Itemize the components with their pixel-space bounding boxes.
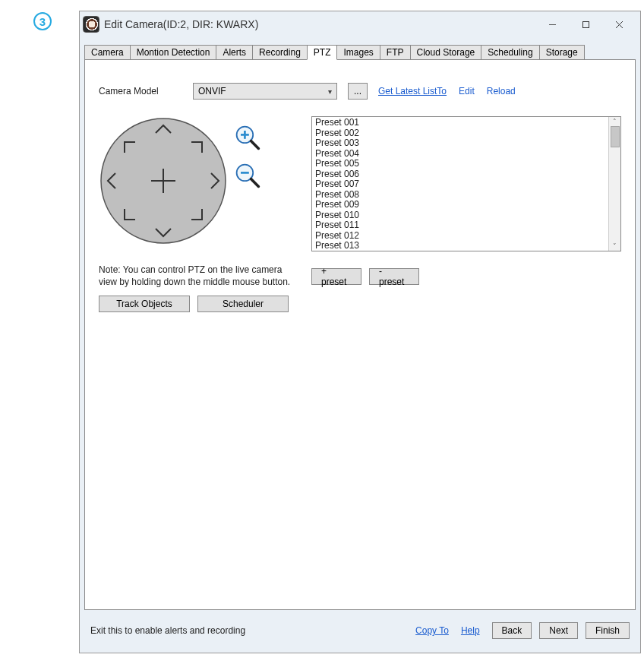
scroll-thumb[interactable] [611,126,620,147]
svg-line-8 [251,141,259,149]
preset-item[interactable]: Preset 003 [315,138,605,149]
ptz-note: Note: You can control PTZ on the live ca… [99,264,296,288]
ptz-main-area: Note: You can control PTZ on the live ca… [99,116,621,312]
window-title: Edit Camera(ID:2, DIR: KWARX) [104,18,258,30]
track-objects-button[interactable]: Track Objects [99,296,190,312]
tab-camera[interactable]: Camera [84,45,131,60]
preset-item[interactable]: Preset 011 [315,220,605,231]
camera-model-select[interactable]: ONVIF ▾ [193,83,337,100]
preset-item[interactable]: Preset 013 [315,241,605,251]
tab-images[interactable]: Images [336,45,380,60]
footer-hint: Exit this to enable alerts and recording [90,625,245,636]
maximize-button[interactable] [569,13,602,36]
back-button[interactable]: Back [492,622,532,639]
scroll-down-icon[interactable]: ˅ [613,242,617,250]
step-number: 3 [39,15,46,28]
get-latest-list-link[interactable]: Get Latest ListTo [378,86,447,96]
add-preset-button[interactable]: + preset [311,268,361,285]
ptz-control-column: Note: You can control PTZ on the live ca… [99,116,296,312]
camera-model-label: Camera Model [99,86,182,96]
camera-model-more-button[interactable]: ... [348,83,368,100]
scheduler-button[interactable]: Scheduler [197,296,289,312]
tab-alerts[interactable]: Alerts [216,45,253,60]
finish-button[interactable]: Finish [586,622,630,639]
tab-scheduling[interactable]: Scheduling [481,45,539,60]
scroll-up-icon[interactable]: ˄ [613,118,617,125]
dialog-footer: Exit this to enable alerts and recording… [80,615,640,653]
preset-item[interactable]: Preset 010 [315,210,605,221]
help-link[interactable]: Help [461,625,480,636]
tab-motion-detection[interactable]: Montion Detection [130,45,217,60]
tab-ftp[interactable]: FTP [380,45,411,60]
ptz-button-row: Track Objects Scheduler [99,296,289,312]
preset-listbox[interactable]: Preset 001 Preset 002 Preset 003 Preset … [311,116,621,251]
ptz-direction-dial[interactable] [99,116,228,245]
next-button[interactable]: Next [539,622,578,639]
edit-link[interactable]: Edit [459,86,475,96]
zoom-in-button[interactable] [234,124,261,151]
preset-item[interactable]: Preset 004 [315,149,605,160]
tab-bar: Camera Montion Detection Alerts Recordin… [80,37,640,60]
zoom-out-button[interactable] [234,162,261,189]
preset-list: Preset 001 Preset 002 Preset 003 Preset … [312,117,608,251]
camera-model-value: ONVIF [198,86,226,96]
preset-column: Preset 001 Preset 002 Preset 003 Preset … [311,116,621,312]
tab-cloud-storage[interactable]: Cloud Storage [410,45,482,60]
preset-item[interactable]: Preset 006 [315,169,605,180]
preset-item[interactable]: Preset 009 [315,200,605,210]
remove-preset-button[interactable]: - preset [369,268,419,285]
tab-storage[interactable]: Storage [539,45,585,60]
zoom-controls [234,124,261,189]
edit-camera-window: Edit Camera(ID:2, DIR: KWARX) Camera Mon… [79,11,641,653]
app-icon [83,16,99,33]
preset-buttons: + preset - preset [311,268,621,285]
preset-item[interactable]: Preset 007 [315,179,605,190]
model-links: Get Latest ListTo Edit Reload [378,86,516,96]
minimize-button[interactable] [535,13,569,36]
reload-link[interactable]: Reload [487,86,516,96]
preset-item[interactable]: Preset 012 [315,231,605,242]
preset-item[interactable]: Preset 002 [315,128,605,139]
close-button[interactable] [602,13,636,36]
step-number-badge: 3 [33,12,52,30]
chevron-down-icon: ▾ [328,87,332,96]
camera-model-row: Camera Model ONVIF ▾ ... Get Latest List… [99,83,621,100]
preset-item[interactable]: Preset 008 [315,190,605,201]
tab-content-ptz: Camera Model ONVIF ▾ ... Get Latest List… [84,59,636,610]
preset-item[interactable]: Preset 005 [315,159,605,169]
tab-recording[interactable]: Recording [252,45,308,60]
copy-to-link[interactable]: Copy To [415,625,449,636]
titlebar: Edit Camera(ID:2, DIR: KWARX) [80,11,640,37]
preset-item[interactable]: Preset 001 [315,118,605,128]
tab-ptz[interactable]: PTZ [307,45,338,60]
svg-rect-1 [582,21,589,27]
preset-scrollbar[interactable]: ˄ ˅ [608,117,620,251]
svg-line-12 [251,179,259,187]
